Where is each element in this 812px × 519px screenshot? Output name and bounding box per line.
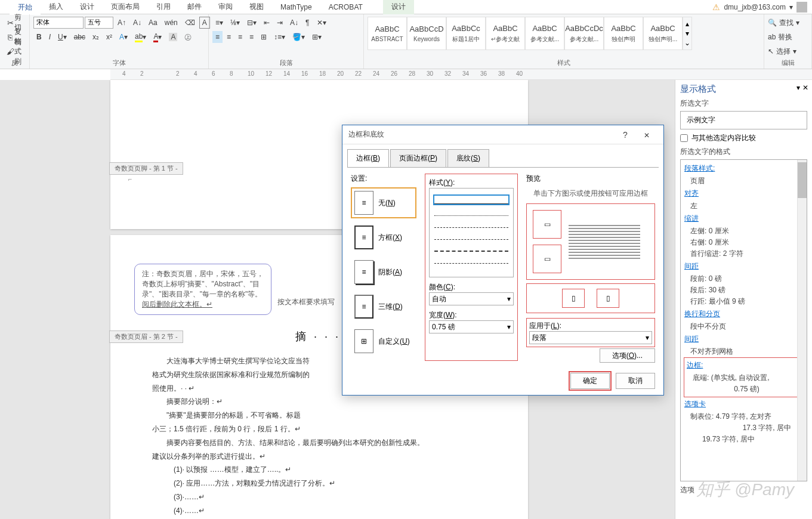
format-painter-button[interactable]: 🖌格式刷 <box>4 45 27 57</box>
style-dotted[interactable] <box>434 208 508 216</box>
indent-dec-button[interactable]: ⇤ <box>261 17 273 29</box>
indent-inc-button[interactable]: ⇥ <box>274 17 286 29</box>
pane-close-button[interactable]: ✕ <box>802 84 808 92</box>
bold-button[interactable]: B <box>33 31 45 43</box>
enclose-char-button[interactable]: ㊤ <box>181 31 194 43</box>
link-indent[interactable]: 缩进 <box>684 214 699 224</box>
preview-right-button[interactable]: ▯ <box>597 289 619 308</box>
tab-insert[interactable]: 插入 <box>41 0 72 14</box>
setting-box[interactable]: ≡方框(X) <box>351 222 416 253</box>
font-name-combo[interactable]: 宋体 <box>33 17 84 29</box>
style-ref2[interactable]: AaBbC参考文献... <box>525 17 564 50</box>
preview-left-button[interactable]: ▯ <box>562 289 585 308</box>
sort-button[interactable]: A↓ <box>287 17 301 29</box>
char-shading-button[interactable]: A <box>166 31 180 43</box>
strike-button[interactable]: abc <box>71 31 88 43</box>
show-marks-button[interactable]: ¶ <box>302 17 312 29</box>
options-button[interactable]: 选项(O)... <box>600 348 655 363</box>
shading-button[interactable]: 🪣▾ <box>289 31 308 43</box>
line-spacing-button[interactable]: ↕≡▾ <box>271 31 288 43</box>
superscript-button[interactable]: x² <box>103 31 115 43</box>
link-border[interactable]: 边框: <box>687 360 703 370</box>
clear-format-button[interactable]: ⌫ <box>182 17 198 29</box>
setting-custom[interactable]: ⊞自定义(U) <box>351 326 416 357</box>
preview-top-button[interactable]: ▭ <box>533 210 561 239</box>
callout-box[interactable]: 注：奇数页页眉，居中，宋体，五号， 奇数页上标明"摘要"、"Abstract"、… <box>134 264 271 315</box>
multilevel-button[interactable]: ⊟▾ <box>244 17 260 29</box>
select-button[interactable]: ↖选择▾ <box>768 45 796 57</box>
styles-expand[interactable]: ▴▾⌄ <box>683 17 692 50</box>
link-spacing[interactable]: 间距 <box>684 261 699 271</box>
link-pagination[interactable]: 换行和分页 <box>684 309 720 319</box>
tab-shading[interactable]: 底纹(S) <box>447 149 489 167</box>
bullets-button[interactable]: ≡▾ <box>212 17 226 29</box>
setting-3d[interactable]: ≡三维(D) <box>351 291 416 322</box>
tab-view[interactable]: 视图 <box>241 0 272 14</box>
tab-mailings[interactable]: 邮件 <box>179 0 210 14</box>
tab-mathtype[interactable]: MathType <box>272 1 320 14</box>
color-combo[interactable]: 自动▾ <box>429 292 514 305</box>
phonetic-guide-button[interactable]: wén <box>162 17 181 29</box>
style-ref3[interactable]: AaBbCcDc参考文献... <box>564 17 604 50</box>
link-spacing2[interactable]: 间距 <box>684 334 699 344</box>
tab-review[interactable]: 审阅 <box>210 0 241 14</box>
ok-button[interactable]: 确定 <box>570 373 610 389</box>
tab-acrobat[interactable]: ACROBAT <box>320 1 371 14</box>
borders-button[interactable]: ⊞▾ <box>309 31 325 43</box>
style-listbox[interactable] <box>429 188 514 277</box>
style-orig1[interactable]: AaBbC独创声明 <box>604 17 643 50</box>
account-info[interactable]: ⚠ dmu_jxb@163.com ▾ <box>708 2 812 13</box>
align-right-button[interactable]: ≡ <box>235 31 245 43</box>
cancel-button[interactable]: 取消 <box>616 373 655 389</box>
close-button[interactable]: ✕ <box>636 130 657 140</box>
width-combo[interactable]: 0.75 磅▾ <box>429 320 514 333</box>
shrink-font-button[interactable]: A↓ <box>130 17 144 29</box>
preview-bottom-button[interactable]: ▭ <box>533 245 561 273</box>
replace-button[interactable]: ab替换 <box>768 31 792 43</box>
change-case-button[interactable]: Aa <box>146 17 160 29</box>
style-dash-s[interactable] <box>434 220 508 228</box>
font-size-combo[interactable]: 五号 <box>85 17 113 29</box>
italic-button[interactable]: I <box>46 31 54 43</box>
grow-font-button[interactable]: A↑ <box>115 17 129 29</box>
style-dash-l[interactable] <box>434 243 508 252</box>
numbering-button[interactable]: ⅛▾ <box>227 17 243 29</box>
style-dash[interactable] <box>434 231 508 240</box>
setting-none[interactable]: ≡无(N) <box>351 187 416 218</box>
tab-border[interactable]: 边框(B) <box>347 149 389 167</box>
style-h1center[interactable]: AaBbCc标题1居中 <box>446 17 486 50</box>
dialog-titlebar[interactable]: 边框和底纹 ? ✕ <box>342 125 663 144</box>
underline-button[interactable]: U▾ <box>55 31 70 43</box>
link-align[interactable]: 对齐 <box>684 189 699 199</box>
tab-design[interactable]: 设计 <box>72 0 103 14</box>
style-orig2[interactable]: AaBbC独创声明... <box>643 17 683 50</box>
format-list[interactable]: 段落样式: 页眉 对齐 左 缩进 左侧: 0 厘米 右侧: 0 厘米 首行缩进:… <box>680 159 807 481</box>
tab-references[interactable]: 引用 <box>148 0 179 14</box>
scrollbar-thumb[interactable] <box>798 162 807 198</box>
applyto-combo[interactable]: 段落▾ <box>529 331 652 344</box>
setting-shadow[interactable]: ≡阴影(A) <box>351 257 416 288</box>
tab-page-border[interactable]: 页面边框(P) <box>390 149 446 167</box>
style-ref1[interactable]: AaBbC↵参考文献 <box>486 17 525 50</box>
style-keywords[interactable]: AaBbCcDKeywords <box>407 17 446 50</box>
asian-layout-button[interactable]: ✕▾ <box>314 17 329 29</box>
help-button[interactable]: ? <box>615 130 636 140</box>
text-effects-button[interactable]: A▾ <box>116 31 131 43</box>
tab-layout[interactable]: 页面布局 <box>103 0 148 14</box>
style-solid[interactable] <box>434 196 508 204</box>
highlight-button[interactable]: ab▾ <box>132 31 149 43</box>
distribute-button[interactable]: ⊞ <box>258 31 270 43</box>
link-tabs[interactable]: 选项卡 <box>684 399 706 409</box>
style-abstract[interactable]: AaBbCABSTRACT <box>368 17 407 50</box>
font-color-button[interactable]: A▾ <box>150 31 165 43</box>
styles-gallery[interactable]: AaBbCABSTRACT AaBbCcDKeywords AaBbCc标题1居… <box>368 17 692 50</box>
align-left-button[interactable]: ≡ <box>212 31 223 43</box>
align-center-button[interactable]: ≡ <box>224 31 234 43</box>
subscript-button[interactable]: x₂ <box>89 31 102 43</box>
pane-scrollbar[interactable] <box>797 160 807 481</box>
style-dashdot[interactable] <box>434 255 508 264</box>
tab-contextual-design[interactable]: 设计 <box>383 0 414 14</box>
find-button[interactable]: 🔍查找▾ <box>768 17 799 29</box>
link-parastyle[interactable]: 段落样式: <box>684 163 715 174</box>
align-justify-button[interactable]: ≡ <box>246 31 257 43</box>
